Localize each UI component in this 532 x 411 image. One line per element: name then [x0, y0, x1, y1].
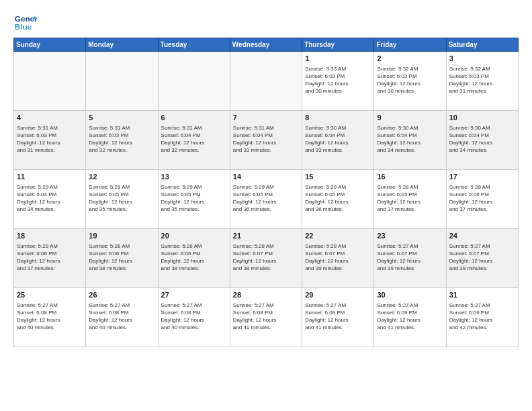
day-info: Sunrise: 5:28 AMSunset: 6:06 PMDaylight:… [449, 183, 515, 214]
day-number: 26 [89, 290, 154, 300]
calendar-cell: 5Sunrise: 5:31 AMSunset: 6:03 PMDaylight… [86, 111, 158, 170]
day-info: Sunrise: 5:31 AMSunset: 6:03 PMDaylight:… [17, 124, 83, 154]
day-info: Sunrise: 5:28 AMSunset: 6:07 PMDaylight:… [305, 242, 371, 273]
calendar-week-row-1: 1Sunrise: 5:33 AMSunset: 6:03 PMDaylight… [14, 52, 519, 111]
day-info: Sunrise: 5:28 AMSunset: 6:05 PMDaylight:… [377, 183, 443, 214]
calendar-cell: 31Sunrise: 5:27 AMSunset: 6:09 PMDayligh… [446, 288, 518, 347]
logo: General Blue [13, 11, 38, 35]
day-info: Sunrise: 5:27 AMSunset: 6:08 PMDaylight:… [233, 302, 299, 332]
calendar-cell [86, 52, 158, 111]
calendar-cell: 26Sunrise: 5:27 AMSunset: 6:08 PMDayligh… [86, 288, 158, 347]
day-number: 7 [233, 113, 299, 123]
day-number: 12 [89, 172, 154, 182]
calendar-table: SundayMondayTuesdayWednesdayThursdayFrid… [13, 38, 519, 347]
calendar-cell [158, 52, 230, 111]
day-number: 9 [377, 113, 443, 123]
calendar-cell [230, 52, 302, 111]
calendar-week-row-4: 18Sunrise: 5:28 AMSunset: 6:06 PMDayligh… [14, 229, 519, 288]
calendar-cell [14, 52, 86, 111]
day-number: 6 [161, 113, 227, 123]
calendar-cell: 9Sunrise: 5:30 AMSunset: 6:04 PMDaylight… [374, 111, 446, 170]
day-info: Sunrise: 5:28 AMSunset: 6:07 PMDaylight:… [233, 242, 299, 273]
day-number: 27 [161, 290, 227, 300]
day-info: Sunrise: 5:29 AMSunset: 6:05 PMDaylight:… [89, 183, 154, 214]
day-number: 18 [17, 231, 83, 241]
day-info: Sunrise: 5:27 AMSunset: 6:08 PMDaylight:… [17, 302, 83, 332]
day-number: 2 [377, 54, 443, 64]
day-info: Sunrise: 5:30 AMSunset: 6:04 PMDaylight:… [377, 124, 443, 154]
day-info: Sunrise: 5:32 AMSunset: 6:03 PMDaylight:… [449, 65, 515, 95]
day-info: Sunrise: 5:27 AMSunset: 6:08 PMDaylight:… [89, 302, 154, 332]
day-info: Sunrise: 5:30 AMSunset: 6:04 PMDaylight:… [305, 124, 371, 154]
calendar-cell: 23Sunrise: 5:27 AMSunset: 6:07 PMDayligh… [374, 229, 446, 288]
day-number: 24 [449, 231, 515, 241]
calendar-cell: 2Sunrise: 5:32 AMSunset: 6:03 PMDaylight… [374, 52, 446, 111]
day-info: Sunrise: 5:28 AMSunset: 6:06 PMDaylight:… [17, 242, 83, 273]
day-info: Sunrise: 5:27 AMSunset: 6:08 PMDaylight:… [161, 302, 227, 332]
day-number: 25 [17, 290, 83, 300]
calendar-cell: 25Sunrise: 5:27 AMSunset: 6:08 PMDayligh… [14, 288, 86, 347]
calendar-cell: 1Sunrise: 5:33 AMSunset: 6:03 PMDaylight… [302, 52, 374, 111]
calendar-cell: 13Sunrise: 5:29 AMSunset: 6:05 PMDayligh… [158, 170, 230, 229]
calendar-week-row-3: 11Sunrise: 5:29 AMSunset: 6:04 PMDayligh… [14, 170, 519, 229]
calendar-cell: 10Sunrise: 5:30 AMSunset: 6:04 PMDayligh… [446, 111, 518, 170]
calendar-cell: 17Sunrise: 5:28 AMSunset: 6:06 PMDayligh… [446, 170, 518, 229]
day-number: 20 [161, 231, 227, 241]
calendar-cell: 6Sunrise: 5:31 AMSunset: 6:04 PMDaylight… [158, 111, 230, 170]
day-info: Sunrise: 5:28 AMSunset: 6:06 PMDaylight:… [161, 242, 227, 273]
calendar-cell: 19Sunrise: 5:28 AMSunset: 6:06 PMDayligh… [86, 229, 158, 288]
svg-text:Blue: Blue [15, 22, 32, 31]
day-info: Sunrise: 5:30 AMSunset: 6:04 PMDaylight:… [449, 124, 515, 154]
weekday-header-friday: Friday [374, 38, 446, 52]
day-number: 5 [89, 113, 154, 123]
day-number: 28 [233, 290, 299, 300]
calendar-cell: 18Sunrise: 5:28 AMSunset: 6:06 PMDayligh… [14, 229, 86, 288]
day-number: 3 [449, 54, 515, 64]
day-number: 16 [377, 172, 443, 182]
calendar-cell: 14Sunrise: 5:29 AMSunset: 6:05 PMDayligh… [230, 170, 302, 229]
day-number: 30 [377, 290, 443, 300]
calendar-cell: 24Sunrise: 5:27 AMSunset: 6:07 PMDayligh… [446, 229, 518, 288]
weekday-header-tuesday: Tuesday [158, 38, 230, 52]
day-info: Sunrise: 5:31 AMSunset: 6:04 PMDaylight:… [233, 124, 299, 154]
weekday-header-thursday: Thursday [302, 38, 374, 52]
page: General Blue SundayMondayTuesdayWednesda… [0, 0, 532, 411]
day-info: Sunrise: 5:27 AMSunset: 6:09 PMDaylight:… [305, 302, 371, 332]
day-info: Sunrise: 5:29 AMSunset: 6:05 PMDaylight:… [233, 183, 299, 214]
calendar-cell: 11Sunrise: 5:29 AMSunset: 6:04 PMDayligh… [14, 170, 86, 229]
day-number: 14 [233, 172, 299, 182]
day-info: Sunrise: 5:27 AMSunset: 6:09 PMDaylight:… [449, 302, 515, 332]
day-number: 29 [305, 290, 371, 300]
day-number: 1 [305, 54, 371, 64]
weekday-header-row: SundayMondayTuesdayWednesdayThursdayFrid… [14, 38, 519, 52]
day-info: Sunrise: 5:27 AMSunset: 6:09 PMDaylight:… [377, 302, 443, 332]
calendar-cell: 22Sunrise: 5:28 AMSunset: 6:07 PMDayligh… [302, 229, 374, 288]
day-number: 17 [449, 172, 515, 182]
day-number: 13 [161, 172, 227, 182]
day-number: 23 [377, 231, 443, 241]
day-info: Sunrise: 5:28 AMSunset: 6:06 PMDaylight:… [89, 242, 154, 273]
day-info: Sunrise: 5:27 AMSunset: 6:07 PMDaylight:… [377, 242, 443, 273]
day-info: Sunrise: 5:32 AMSunset: 6:03 PMDaylight:… [377, 65, 443, 95]
day-number: 21 [233, 231, 299, 241]
day-number: 19 [89, 231, 154, 241]
day-number: 8 [305, 113, 371, 123]
calendar-cell: 20Sunrise: 5:28 AMSunset: 6:06 PMDayligh… [158, 229, 230, 288]
calendar-cell: 21Sunrise: 5:28 AMSunset: 6:07 PMDayligh… [230, 229, 302, 288]
weekday-header-wednesday: Wednesday [230, 38, 302, 52]
calendar-cell: 28Sunrise: 5:27 AMSunset: 6:08 PMDayligh… [230, 288, 302, 347]
general-blue-logo-icon: General Blue [13, 11, 38, 35]
day-number: 15 [305, 172, 371, 182]
calendar-cell: 3Sunrise: 5:32 AMSunset: 6:03 PMDaylight… [446, 52, 518, 111]
weekday-header-saturday: Saturday [446, 38, 518, 52]
day-info: Sunrise: 5:29 AMSunset: 6:05 PMDaylight:… [305, 183, 371, 214]
day-number: 10 [449, 113, 515, 123]
header: General Blue [13, 11, 519, 35]
day-number: 4 [17, 113, 83, 123]
day-info: Sunrise: 5:33 AMSunset: 6:03 PMDaylight:… [305, 65, 371, 95]
day-number: 11 [17, 172, 83, 182]
day-info: Sunrise: 5:27 AMSunset: 6:07 PMDaylight:… [449, 242, 515, 273]
weekday-header-monday: Monday [86, 38, 158, 52]
calendar-week-row-2: 4Sunrise: 5:31 AMSunset: 6:03 PMDaylight… [14, 111, 519, 170]
calendar-week-row-5: 25Sunrise: 5:27 AMSunset: 6:08 PMDayligh… [14, 288, 519, 347]
